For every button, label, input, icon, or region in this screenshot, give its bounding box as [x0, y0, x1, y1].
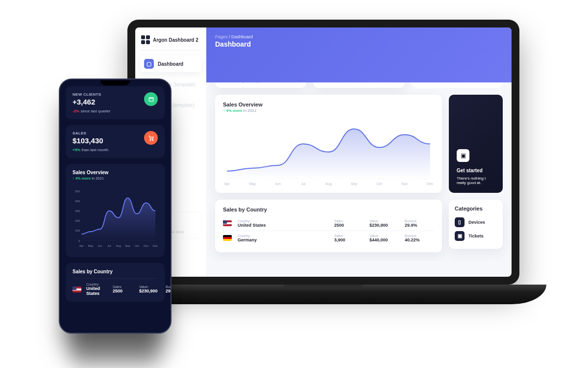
stat-value: +3,462 — [73, 98, 101, 106]
main: Pages / Dashboard Dashboard TODAY'S MONE… — [206, 27, 512, 277]
svg-text:Dec: Dec — [427, 182, 434, 186]
breadcrumb-sep: / — [229, 34, 230, 39]
categories-title: Categories — [455, 206, 497, 211]
cart-icon — [144, 131, 158, 145]
line-chart: 0100200300400500AprMayJunJulAugSepOctNov… — [73, 181, 158, 254]
breadcrumb-current: Dashboard — [231, 34, 253, 39]
brand-label: Argon Dashboard 2 — [153, 37, 198, 43]
chart-area: AprMayJunJulAugSepOctNovDec — [223, 117, 434, 186]
clients-icon — [144, 92, 158, 106]
svg-text:Aug: Aug — [116, 244, 121, 247]
sales-by-country-card: Sales by Country Country:United States S… — [66, 263, 165, 302]
svg-text:Jun: Jun — [98, 244, 102, 247]
svg-text:Dec: Dec — [153, 244, 158, 247]
stat-card-clients: NEW CLIENTS +3,462 -2% since last quarte… — [66, 86, 165, 119]
svg-rect-14 — [149, 97, 153, 101]
tip-card[interactable]: ▣ Get started There's nothing I really g… — [449, 95, 503, 193]
svg-point-16 — [152, 139, 153, 140]
svg-text:100: 100 — [75, 229, 80, 232]
svg-text:Sep: Sep — [125, 244, 130, 247]
svg-text:200: 200 — [75, 219, 80, 222]
svg-text:Nov: Nov — [144, 244, 148, 247]
sidebar-item-label: Dashboard — [158, 61, 183, 67]
tv-icon: ▢ — [144, 59, 154, 69]
flag-us-icon — [73, 287, 81, 292]
sales-by-country-card: Sales by Country Country:United States S… — [215, 200, 442, 252]
device-icon: ▯ — [455, 217, 465, 227]
brand-icon — [141, 35, 150, 44]
table-row[interactable]: Country:Germany Sales:3,900 Value:$440,0… — [223, 231, 434, 245]
category-item-tickets[interactable]: ▣ Tickets — [455, 229, 497, 243]
breadcrumb: Pages / Dashboard — [215, 34, 503, 39]
phone-device: NEW CLIENTS +3,462 -2% since last quarte… — [59, 79, 172, 334]
stat-value: $103,430 — [73, 136, 103, 145]
laptop-device: Argon Dashboard 2 ▢ Dashboard ▤ Tables (… — [127, 20, 573, 334]
svg-text:May: May — [88, 244, 94, 247]
laptop-screen: Argon Dashboard 2 ▢ Dashboard ▤ Tables (… — [127, 20, 519, 285]
body: TODAY'S MONEY $53,000 +55% since yesterd… — [206, 57, 512, 261]
flag-us-icon — [223, 220, 232, 226]
category-item-devices[interactable]: ▯ Devices — [455, 215, 497, 229]
svg-text:400: 400 — [75, 200, 80, 203]
svg-text:Jul: Jul — [301, 182, 306, 186]
ticket-icon: ▣ — [455, 231, 465, 241]
line-chart: AprMayJunJulAugSepOctNovDec — [223, 117, 434, 186]
sales-overview-card: Sales Overview ↑ 4% more in 2021 0100200… — [66, 164, 165, 257]
svg-text:300: 300 — [75, 210, 80, 212]
chart-title: Sales Overview — [73, 170, 158, 175]
table-row[interactable]: Country:United States Sales:2500 Value:$… — [73, 278, 158, 296]
right-column: ▣ Get started There's nothing I really g… — [449, 95, 503, 193]
svg-text:Apr: Apr — [224, 182, 230, 186]
bottom-row: Sales by Country Country:United States S… — [215, 200, 503, 252]
svg-text:Oct: Oct — [135, 244, 139, 247]
tip-body: There's nothing I really good at. — [457, 176, 495, 185]
sales-overview-card: Sales Overview ↑ 4% more in 2021 AprMayJ… — [215, 95, 442, 193]
chart-title: Sales Overview — [223, 102, 434, 107]
chart-sub: ↑ 4% more in 2021 — [223, 108, 434, 113]
svg-text:Aug: Aug — [325, 182, 332, 186]
stat-label: SALES — [73, 131, 103, 135]
svg-text:500: 500 — [75, 190, 80, 193]
tip-title: Get started — [457, 168, 495, 173]
svg-text:Jul: Jul — [107, 244, 111, 247]
country-title: Sales by Country — [223, 207, 434, 212]
svg-text:0: 0 — [78, 239, 80, 242]
svg-text:May: May — [249, 182, 256, 186]
stat-card-sales: SALES $103,430 +5% than last month — [66, 125, 165, 158]
svg-text:Jun: Jun — [275, 182, 281, 186]
country-title: Sales by Country — [73, 269, 158, 274]
categories-card: Categories ▯ Devices ▣ Tickets — [449, 200, 503, 249]
flag-de-icon — [223, 235, 232, 241]
page-title: Dashboard — [215, 40, 503, 48]
chart-sub: ↑ 4% more in 2021 — [73, 176, 158, 181]
app-root: Argon Dashboard 2 ▢ Dashboard ▤ Tables (… — [135, 27, 512, 277]
svg-text:Sep: Sep — [351, 182, 357, 186]
sidebar-item-dashboard[interactable]: ▢ Dashboard — [140, 55, 201, 72]
categories-column: Categories ▯ Devices ▣ Tickets — [449, 200, 503, 252]
hero: Pages / Dashboard Dashboard — [206, 27, 512, 82]
svg-point-15 — [150, 139, 151, 140]
svg-text:Oct: Oct — [376, 182, 383, 186]
brand[interactable]: Argon Dashboard 2 — [140, 33, 201, 51]
table-row[interactable]: Country:United States Sales:2500 Value:$… — [223, 216, 434, 231]
svg-text:Apr: Apr — [79, 244, 84, 247]
stat-sub: +5% than last month — [73, 148, 158, 152]
stat-label: NEW CLIENTS — [73, 92, 101, 97]
svg-text:Nov: Nov — [401, 182, 408, 186]
bulb-icon: ▣ — [457, 149, 469, 162]
chart-row: Sales Overview ↑ 4% more in 2021 AprMayJ… — [215, 95, 503, 193]
breadcrumb-root[interactable]: Pages — [215, 34, 228, 39]
stat-sub: -2% since last quarter — [73, 109, 158, 113]
